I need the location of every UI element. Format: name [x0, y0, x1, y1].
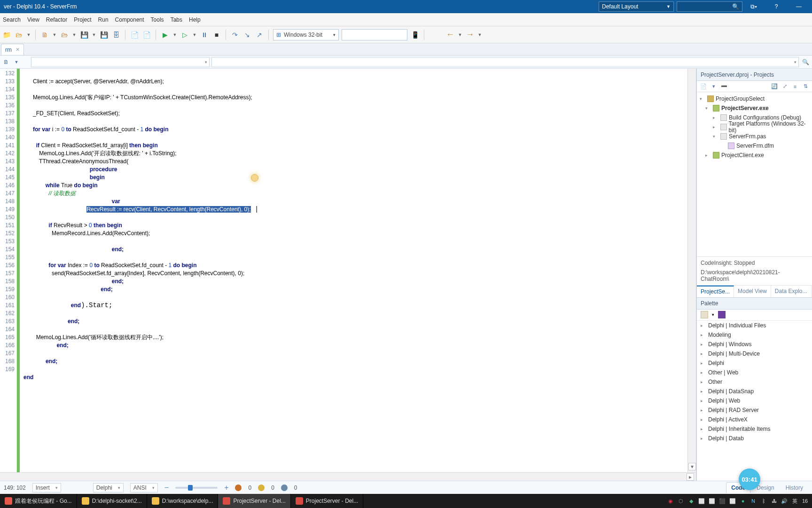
palette-item[interactable]: Delphi	[708, 360, 724, 366]
sync-icon[interactable]: 🔄	[771, 83, 778, 90]
projects-tree[interactable]: ▾ProjectGroupSelect ▾ProjectServer.exe ▸…	[697, 92, 812, 256]
fwd-dropdown[interactable]: ▼	[477, 32, 482, 37]
serverfrm-dfm[interactable]: ServerFrm.dfm	[736, 143, 774, 149]
palette-item[interactable]: Other | Web	[708, 369, 738, 376]
tray-icon[interactable]: ⬛	[719, 498, 726, 504]
menu-refactor[interactable]: Refactor	[46, 16, 67, 23]
save-dropdown[interactable]: ▼	[92, 32, 96, 37]
tray-icon[interactable]: N	[750, 498, 757, 504]
openproj-dropdown[interactable]: ▼	[72, 32, 77, 37]
step-out-icon[interactable]: ↗	[255, 30, 264, 40]
tray-icon[interactable]: ◉	[667, 498, 674, 504]
run-icon[interactable]: ▶	[160, 30, 170, 40]
open-dropdown[interactable]: ▼	[26, 32, 31, 37]
run-dropdown[interactable]: ▼	[172, 32, 177, 37]
palette-item[interactable]: Delphi | RAD Server	[708, 407, 759, 413]
platform-select[interactable]: ⊞ Windows 32-bit ▾	[273, 29, 339, 40]
warn-icon[interactable]	[258, 484, 265, 491]
projectclient-exe[interactable]: ProjectClient.exe	[721, 152, 764, 159]
bluetooth-icon[interactable]: ᛒ	[760, 498, 767, 504]
runnd-dropdown[interactable]: ▼	[192, 32, 197, 37]
minimize-button[interactable]: —	[788, 0, 810, 13]
method-combo[interactable]: ▾	[211, 57, 799, 67]
desktop-icon[interactable]: ⧉▾	[742, 0, 765, 13]
remove-file-icon[interactable]: 📄	[142, 30, 151, 40]
expand-icon[interactable]: ▾	[705, 106, 711, 111]
tab-model-view[interactable]: Model View	[734, 286, 771, 297]
code-area[interactable]: 132133134135136137138139140 141142143144…	[0, 69, 696, 472]
expand-icon[interactable]: ▸	[713, 115, 718, 120]
palette-pointer-icon[interactable]	[718, 311, 726, 318]
palette-item[interactable]: Modeling	[708, 332, 731, 338]
serverfrm-pas[interactable]: ServerFrm.pas	[729, 133, 766, 140]
menu-help[interactable]: Help	[189, 16, 201, 23]
scroll-right-icon[interactable]: ▸	[687, 473, 694, 481]
remove-icon[interactable]: ➖	[720, 83, 728, 90]
class-combo[interactable]: ▾	[31, 57, 210, 67]
doc-icon[interactable]: 🗎	[2, 58, 10, 66]
menu-tabs[interactable]: Tabs	[171, 16, 182, 23]
lang-combo[interactable]: Delphi▾	[93, 483, 124, 492]
menu-run[interactable]: Run	[98, 16, 109, 23]
volume-icon[interactable]: 🔊	[781, 498, 788, 504]
palette-item[interactable]: Delphi | Multi-Device	[708, 350, 760, 357]
edit-mode-combo[interactable]: Insert▾	[32, 483, 61, 492]
taskbar-item[interactable]: 跟着老侯玩编程 - Go...	[0, 494, 77, 508]
back-dropdown[interactable]: ▼	[458, 32, 462, 37]
expand-icon[interactable]: ▸	[705, 153, 711, 158]
clock-text[interactable]: 16	[802, 498, 808, 504]
doc-dropdown[interactable]: ▼	[12, 58, 21, 66]
palette-new-icon[interactable]	[701, 311, 708, 318]
hint-icon[interactable]	[281, 484, 288, 491]
target-platforms[interactable]: Target Platforms (Windows 32-bit)	[729, 120, 812, 134]
expand-icon[interactable]: ⤢	[781, 83, 789, 90]
palette-list[interactable]: ▸Delphi | Individual Files ▸Modeling ▸De…	[697, 321, 812, 481]
help-button[interactable]: ?	[765, 0, 788, 13]
nav-fwd-icon[interactable]: →	[465, 30, 475, 40]
step-over-icon[interactable]: ↷	[230, 30, 240, 40]
palette-item[interactable]: Delphi | Web	[708, 397, 740, 404]
zoom-in-icon[interactable]: +	[224, 484, 228, 492]
run-nodbg-icon[interactable]: ▷	[180, 30, 189, 40]
add-icon[interactable]: 📄	[700, 83, 707, 90]
taskbar-item[interactable]: D:\delphi-socket\2...	[77, 494, 147, 508]
project-group[interactable]: ProjectGroupSelect	[716, 95, 765, 102]
palette-item[interactable]: Delphi | DataSnap	[708, 388, 754, 395]
expand-icon[interactable]: ▾	[700, 96, 705, 101]
tray-icon[interactable]: ⬜	[709, 498, 715, 504]
tray-icon[interactable]: ●	[740, 498, 746, 504]
project-exe[interactable]: ProjectServer.exe	[721, 105, 769, 111]
zoom-slider[interactable]	[175, 487, 218, 489]
save-all-icon[interactable]: 💾	[99, 30, 109, 40]
sort-icon[interactable]: ⇅	[802, 83, 809, 90]
horizontal-scrollbar[interactable]: ▸	[0, 472, 696, 481]
code-text[interactable]: Client := accept(Server, @ServerAddr, @n…	[20, 69, 687, 472]
save-icon[interactable]: 💾	[79, 30, 89, 40]
folder-icon[interactable]: 📁	[2, 30, 11, 40]
stop-icon[interactable]: ■	[212, 30, 221, 40]
system-tray[interactable]: ◉ ⬡ ◆ ⬜ ⬜ ⬛ ⬜ ● N ᛒ 🖧 🔊 英 16	[664, 498, 812, 504]
ime-lang[interactable]: 英	[791, 498, 798, 504]
open-project-icon[interactable]: 🗁	[60, 30, 69, 40]
new-dropdown[interactable]: ▼	[52, 32, 57, 37]
new-unit-icon[interactable]: 🗎	[40, 30, 49, 40]
palette-item[interactable]: Delphi | Inheritable Items	[708, 426, 771, 432]
tray-icon[interactable]: ⬡	[678, 498, 684, 504]
close-tab-icon[interactable]: ✕	[16, 47, 20, 53]
taskbar-item[interactable]: ProjectServer - Del...	[218, 494, 290, 508]
palette-item[interactable]: Delphi | Individual Files	[708, 322, 766, 329]
phone-icon[interactable]: 📱	[410, 30, 420, 40]
taskbar-item[interactable]: ProjectServer - Del...	[291, 494, 363, 508]
build-config[interactable]: Build Configurations (Debug)	[729, 114, 801, 121]
collapse-icon[interactable]: ≡	[791, 83, 799, 90]
file-tab-serverfrm[interactable]: rm ✕	[1, 44, 24, 55]
add-file-icon[interactable]: 📄	[130, 30, 139, 40]
device-select[interactable]	[342, 29, 407, 40]
expand-icon[interactable]: ▸	[713, 125, 718, 129]
tray-icon[interactable]: ⬜	[698, 498, 705, 504]
menu-project[interactable]: Project	[74, 16, 91, 23]
menu-component[interactable]: Component	[115, 16, 144, 23]
tab-data-explorer[interactable]: Data Explo...	[771, 286, 812, 297]
save-project-icon[interactable]: 🗄	[111, 30, 121, 40]
layout-select[interactable]: Default Layout ▼	[599, 1, 674, 12]
